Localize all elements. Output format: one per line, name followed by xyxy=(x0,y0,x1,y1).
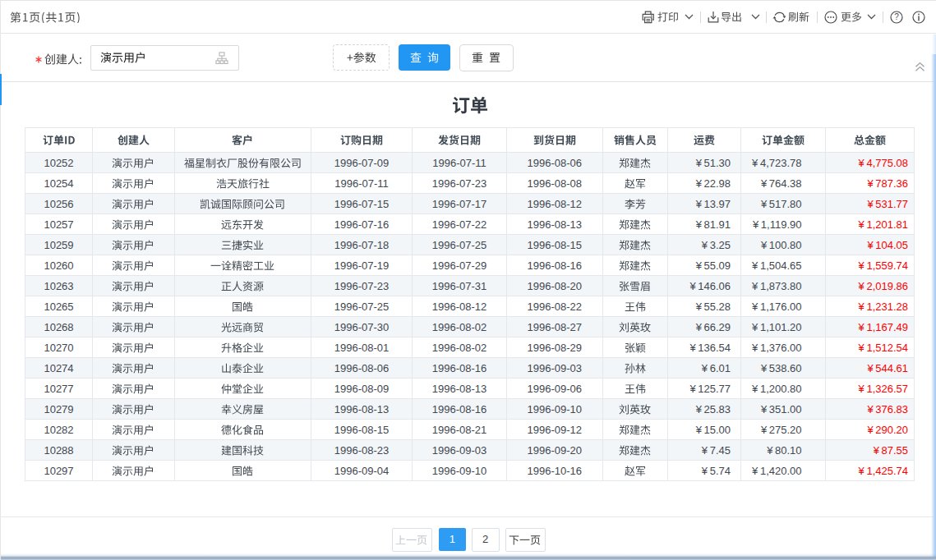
svg-text:?: ? xyxy=(894,12,899,21)
